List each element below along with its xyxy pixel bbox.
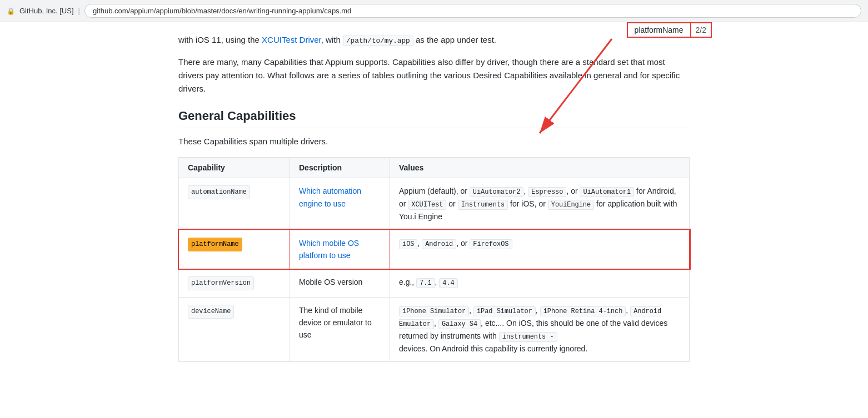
android-code: Android: [422, 239, 456, 249]
xcuitest-code: XCUITest: [408, 200, 446, 210]
xcuitest-driver-link[interactable]: XCUITest Driver: [262, 35, 321, 44]
values-cell: Appium (default), or UiAutomator2, Espre…: [390, 178, 690, 230]
table-row: automationName Which automation engine t…: [179, 178, 690, 230]
or-firefox: , or: [456, 239, 470, 248]
capabilities-table: Capability Description Values automation…: [178, 157, 690, 362]
description-text: Which automation engine to use: [299, 187, 361, 208]
device-name-code: deviceName: [188, 305, 234, 319]
espresso-code: Espresso: [528, 187, 566, 197]
col-header-values: Values: [390, 158, 690, 178]
capability-cell-dn: deviceName: [179, 297, 290, 362]
iphone-retina: iPhone Retina 4-inch: [540, 306, 626, 316]
platform-name-code-highlighted: platformName: [188, 238, 242, 251]
search-term-box: platformName: [627, 22, 691, 38]
intro-line1: with iOS 11, using the XCUITest Driver, …: [178, 33, 690, 47]
description-cell-dn: The kind of mobile device or emulator to…: [290, 297, 390, 362]
platform-desc-text: Which mobile OS platform to use: [299, 239, 359, 260]
val-or1: , or: [566, 187, 580, 195]
val-or2: or: [446, 199, 457, 208]
val-ios: for iOS, or: [508, 199, 548, 208]
version-44: 4.4: [439, 278, 457, 288]
instruments-code: Instruments: [458, 200, 508, 210]
platform-version-code: platformVersion: [188, 276, 254, 290]
table-row: platformVersion Mobile OS version e.g., …: [179, 269, 690, 297]
general-capabilities-title: General Capabilities: [178, 109, 690, 128]
uiautomator2-code: UiAutomator2: [470, 187, 524, 197]
pv-values: e.g.,: [399, 278, 416, 286]
col-header-capability: Capability: [179, 158, 290, 178]
description-cell: Which automation engine to use: [290, 178, 390, 230]
url-bar[interactable]: github.com/appium/appium/blob/master/doc…: [84, 4, 861, 18]
capability-cell: automationName: [179, 178, 290, 230]
iphone-sim: iPhone Simulator: [399, 306, 469, 316]
uiautomator1-code: UiAutomator1: [580, 187, 634, 197]
values-cell-platform: iOS, Android, or FirefoxOS: [390, 230, 690, 269]
description-cell-pv: Mobile OS version: [290, 269, 390, 297]
description-cell-platform: Which mobile OS platform to use: [290, 230, 390, 269]
capability-cell-pv: platformVersion: [179, 269, 290, 297]
capability-name-code: automationName: [188, 185, 250, 199]
capability-cell-platform: platformName: [179, 230, 290, 269]
browser-bar: 🔒 GitHub, Inc. [US] | github.com/appium/…: [0, 0, 868, 22]
col-header-description: Description: [290, 158, 390, 178]
search-counter: 2/2: [691, 22, 712, 38]
lock-icon: 🔒: [7, 7, 15, 15]
table-row: deviceName The kind of mobile device or …: [179, 297, 690, 362]
security-label: GitHub, Inc. [US]: [19, 7, 74, 15]
instruments-cmd: instruments -: [499, 332, 557, 342]
dn-desc: The kind of mobile device or emulator to…: [299, 306, 372, 340]
values-cell-dn: iPhone Simulator, iPad Simulator, iPhone…: [390, 297, 690, 362]
devices-text: devices. On Android this capability is c…: [399, 344, 587, 353]
firefoxos-code: FirefoxOS: [470, 239, 512, 249]
ios-code: iOS: [399, 239, 417, 249]
general-capabilities-desc: These Capabilities span multiple drivers…: [178, 135, 690, 148]
pv-desc: Mobile OS version: [299, 278, 362, 286]
version-71: 7.1: [416, 278, 435, 288]
url-text: github.com/appium/appium/blob/master/doc…: [93, 7, 351, 15]
separator: |: [78, 7, 80, 15]
page-content: platformName 2/2 with iOS 11, using the …: [156, 22, 712, 397]
app-path-code: /path/to/my.app: [343, 36, 413, 46]
value-text: Appium (default), or: [399, 187, 470, 195]
values-cell-pv: e.g., 7.1, 4.4: [390, 269, 690, 297]
table-header-row: Capability Description Values: [179, 158, 690, 178]
search-annotation: platformName 2/2: [627, 22, 712, 38]
intro-line2: There are many, many Capabilities that A…: [178, 56, 690, 95]
table-row-highlighted: platformName Which mobile OS platform to…: [179, 230, 690, 269]
youiengine-code: YouiEngine: [548, 200, 594, 210]
galaxy-s4: Galaxy S4: [438, 319, 481, 329]
ipad-sim: iPad Simulator: [473, 306, 536, 316]
